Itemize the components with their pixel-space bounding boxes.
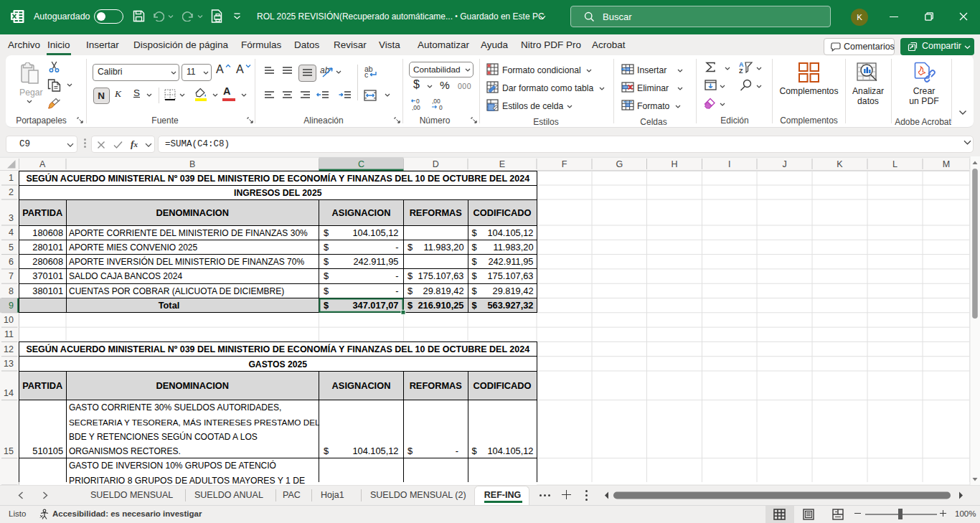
svg-text:A: A [39,159,46,169]
svg-text:SECRETARIA Y TESORERA, MÁS INT: SECRETARIA Y TESORERA, MÁS INTERESES PRE… [69,418,320,428]
svg-text:GASTO CORRIENTE 30% SUELDOS AU: GASTO CORRIENTE 30% SUELDOS AUTORIDADES, [69,402,281,413]
svg-text:ASIGNACION: ASIGNACION [332,380,391,391]
svg-text:$: $ [324,256,329,267]
svg-text:$: $ [472,242,477,253]
svg-text:$: $ [324,270,329,281]
svg-text:$: $ [407,300,413,311]
svg-text:CUENTAS POR COBRAR (ALICUOTA D: CUENTAS POR COBRAR (ALICUOTA DE DICIEMBR… [69,286,284,296]
svg-text:280101: 280101 [32,242,63,253]
svg-text:242.911,95: 242.911,95 [488,256,533,267]
svg-text:SEGÚN ACUERDO MINISTERIAL Nº 0: SEGÚN ACUERDO MINISTERIAL Nº 039 DEL MIN… [26,173,529,184]
svg-text:PARTIDA: PARTIDA [22,380,62,391]
svg-text:8: 8 [9,286,14,296]
svg-text:ORGANISMOS RECTORES.: ORGANISMOS RECTORES. [69,446,181,456]
svg-text:PRIORITARIO 8 GRUPOS DE ADULTO: PRIORITARIO 8 GRUPOS DE ADULTOS MAYORES … [69,476,305,486]
svg-text:242.911,95: 242.911,95 [353,256,398,267]
svg-text:I: I [728,159,730,169]
svg-text:INGRESOS DEL 2025: INGRESOS DEL 2025 [234,188,322,198]
svg-text:BDE Y RETENCIONES SEGÚN COOTAD: BDE Y RETENCIONES SEGÚN COOTAD A LOS [69,431,258,442]
svg-text:$: $ [472,286,477,296]
svg-text:14: 14 [4,388,14,398]
svg-text:1: 1 [9,173,14,183]
svg-text:3: 3 [9,213,14,223]
svg-text:DENOMINACION: DENOMINACION [156,380,229,391]
svg-text:9: 9 [9,301,14,311]
svg-text:G: G [616,159,623,169]
svg-text:APORTE MIES CONVENIO 2025: APORTE MIES CONVENIO 2025 [69,242,197,253]
svg-text:$: $ [472,300,477,311]
svg-text:$: $ [472,256,477,267]
svg-text:APORTE INVERSIÓN DEL MINISTERI: APORTE INVERSIÓN DEL MINISTERIO DE FINAN… [69,256,304,267]
svg-text:104.105,12: 104.105,12 [487,446,533,456]
svg-text:APORTE CORRIENTE DEL MINISTERI: APORTE CORRIENTE DEL MINISTERIO DE FINAN… [69,228,308,238]
svg-text:B: B [189,159,195,169]
svg-text:C: C [358,159,364,169]
svg-text:-: - [395,286,398,296]
svg-text:GASTO DE INVERSION 10% GRUPOS: GASTO DE INVERSION 10% GRUPOS DE ATENCIÓ [69,460,276,471]
svg-text:REFORMAS: REFORMAS [410,207,463,218]
svg-text:216.910,25: 216.910,25 [418,300,463,311]
svg-text:5: 5 [9,242,14,253]
svg-text:J: J [782,159,786,169]
svg-text:ASIGNACION: ASIGNACION [332,207,391,218]
svg-text:$: $ [472,227,477,238]
svg-text:13: 13 [4,359,14,369]
svg-text:4: 4 [9,227,14,237]
svg-text:104.105,12: 104.105,12 [352,227,398,238]
svg-text:DENOMINACION: DENOMINACION [156,207,229,218]
svg-text:12: 12 [4,344,14,354]
svg-text:7: 7 [9,271,14,281]
svg-text:104.105,12: 104.105,12 [352,446,398,456]
svg-text:K: K [837,159,843,169]
svg-text:-: - [456,446,458,456]
svg-text:L: L [892,159,897,169]
svg-text:$: $ [324,227,329,238]
svg-text:$: $ [472,446,477,456]
svg-text:H: H [671,159,677,169]
svg-text:10: 10 [4,315,14,325]
svg-text:11.983,20: 11.983,20 [424,242,464,253]
svg-text:SALDO CAJA BANCOS 2024: SALDO CAJA BANCOS 2024 [69,271,182,281]
svg-text:E: E [499,159,505,169]
svg-text:-: - [395,242,398,253]
svg-text:SEGÚN ACUERDO MINISTERIAL Nº 0: SEGÚN ACUERDO MINISTERIAL Nº 039 DEL MIN… [26,344,529,354]
svg-text:0: 0 [439,104,443,111]
svg-text:Z: Z [739,67,743,74]
svg-text:PARTIDA: PARTIDA [22,207,62,218]
svg-text:29.819,42: 29.819,42 [493,286,534,296]
svg-text:380101: 380101 [32,286,63,296]
svg-text:M: M [943,159,950,169]
svg-text:F: F [562,159,567,169]
svg-text:180608: 180608 [32,227,63,238]
svg-text:11.983,20: 11.983,20 [494,242,534,253]
svg-text:Total: Total [159,300,180,311]
svg-text:GASTOS 2025: GASTOS 2025 [248,359,307,369]
svg-text:$: $ [407,446,413,456]
svg-text:,00: ,00 [412,104,420,111]
svg-text:ab: ab [320,65,330,75]
svg-text:15: 15 [4,446,14,456]
svg-text:2: 2 [9,187,14,197]
svg-text:$: $ [407,242,413,253]
svg-text:$: $ [472,270,477,281]
svg-text:$: $ [407,270,413,281]
svg-text:c: c [364,70,368,78]
svg-text:$: $ [324,300,329,311]
svg-text:370101: 370101 [32,270,63,281]
svg-text:563.927,32: 563.927,32 [487,300,533,311]
svg-text:347.017,07: 347.017,07 [352,300,398,311]
svg-text:$: $ [324,446,329,456]
svg-text:175.107,63: 175.107,63 [418,270,463,281]
svg-text:510105: 510105 [32,446,63,456]
svg-text:$: $ [324,286,329,296]
svg-text:6: 6 [9,257,14,267]
svg-text:175.107,63: 175.107,63 [487,270,533,281]
svg-text:104.105,12: 104.105,12 [487,227,533,238]
svg-text:CODIFICADO: CODIFICADO [473,380,531,391]
svg-text:-: - [395,270,398,281]
svg-text:11: 11 [4,329,14,339]
svg-text:CODIFICADO: CODIFICADO [473,207,531,218]
svg-text:29.819,42: 29.819,42 [423,286,464,296]
svg-text:$: $ [324,242,329,253]
svg-text:D: D [433,159,439,169]
